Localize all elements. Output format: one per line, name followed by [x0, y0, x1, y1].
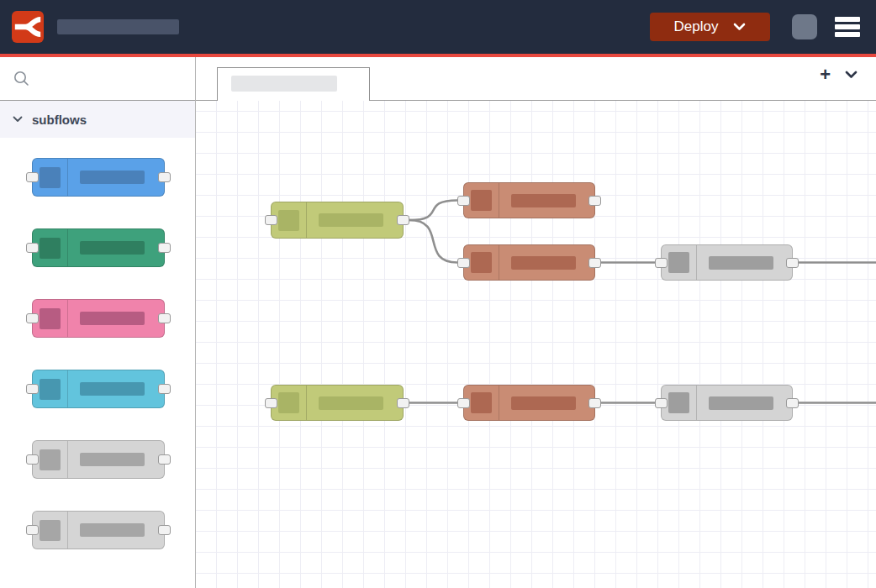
node-label	[499, 183, 594, 218]
flow-node-gray-2[interactable]	[661, 385, 793, 421]
node-output-port[interactable]	[158, 243, 171, 253]
user-avatar[interactable]	[792, 14, 817, 39]
node-input-port[interactable]	[265, 398, 277, 408]
wire-layer	[196, 101, 876, 588]
node-output-port[interactable]	[158, 313, 171, 323]
node-input-port[interactable]	[26, 313, 39, 323]
node-input-port[interactable]	[265, 215, 277, 225]
node-output-port[interactable]	[786, 258, 799, 268]
node-output-port[interactable]	[158, 172, 171, 182]
node-label	[697, 245, 792, 280]
node-output-port[interactable]	[588, 258, 601, 268]
node-output-port[interactable]	[158, 525, 171, 535]
node-input-port[interactable]	[26, 243, 39, 253]
flow-node-gray-1[interactable]	[661, 244, 793, 281]
node-input-port[interactable]	[457, 398, 470, 408]
node-label	[307, 386, 403, 420]
palette-node-subflow-blue[interactable]	[32, 158, 165, 197]
flow-node-green-1[interactable]	[271, 202, 404, 239]
node-input-port[interactable]	[457, 196, 470, 206]
chevron-down-icon	[733, 23, 746, 31]
node-output-port[interactable]	[397, 215, 409, 225]
palette-node-subflow-teal[interactable]	[32, 370, 165, 408]
palette-node-subflow-pink[interactable]	[32, 299, 165, 338]
palette-category-subflows[interactable]: subflows	[0, 101, 195, 138]
hamburger-icon	[835, 17, 860, 22]
main-menu-button[interactable]	[835, 17, 860, 37]
flow-node-orange-3[interactable]	[463, 385, 595, 421]
palette-sidebar: subflows	[0, 57, 196, 588]
node-input-port[interactable]	[26, 454, 39, 465]
node-output-port[interactable]	[786, 398, 799, 408]
node-output-port[interactable]	[158, 384, 171, 394]
add-flow-button[interactable]: +	[820, 66, 831, 84]
flow-list-button[interactable]	[845, 71, 858, 79]
node-output-port[interactable]	[158, 454, 171, 465]
node-label	[499, 386, 594, 420]
node-input-port[interactable]	[26, 172, 39, 182]
flow-node-orange-2[interactable]	[463, 244, 595, 281]
palette-search[interactable]	[0, 57, 195, 101]
node-label	[68, 370, 164, 407]
flow-tab-label-placeholder	[231, 76, 337, 92]
node-label	[68, 441, 164, 478]
flow-wire[interactable]	[409, 220, 457, 263]
search-icon	[13, 71, 29, 87]
chevron-down-icon	[13, 116, 23, 123]
node-input-port[interactable]	[655, 258, 668, 268]
node-output-port[interactable]	[588, 196, 601, 206]
node-input-port[interactable]	[655, 398, 668, 408]
flow-wire[interactable]	[409, 201, 457, 221]
node-label	[697, 386, 792, 420]
node-input-port[interactable]	[457, 258, 470, 268]
palette-node-list	[0, 138, 195, 588]
node-label	[68, 300, 164, 337]
app-logo-icon	[12, 11, 44, 43]
chevron-down-icon	[845, 71, 858, 79]
tab-actions: +	[820, 66, 858, 84]
node-label	[307, 202, 403, 238]
header: Deploy	[0, 0, 876, 54]
palette-node-subflow-gray-2[interactable]	[32, 511, 165, 549]
deploy-button[interactable]: Deploy	[650, 13, 770, 41]
flow-canvas[interactable]	[196, 101, 876, 588]
deploy-button-label: Deploy	[674, 18, 719, 35]
node-output-port[interactable]	[397, 398, 409, 408]
node-label	[68, 512, 164, 549]
header-title-placeholder	[57, 19, 179, 34]
node-output-port[interactable]	[588, 398, 601, 408]
palette-node-subflow-gray-1[interactable]	[32, 440, 165, 479]
flow-tab-active[interactable]	[217, 67, 370, 101]
palette-category-label: subflows	[32, 113, 87, 127]
flow-tabbar: +	[196, 57, 876, 101]
node-input-port[interactable]	[26, 525, 39, 535]
flow-node-green-2[interactable]	[271, 385, 404, 421]
node-input-port[interactable]	[26, 384, 39, 394]
workspace: +	[196, 57, 876, 588]
node-red-editor: Deploy subflows	[0, 0, 876, 588]
palette-node-subflow-green[interactable]	[32, 228, 165, 267]
node-label	[68, 229, 164, 266]
node-label	[499, 245, 594, 280]
flow-node-orange-1[interactable]	[463, 182, 595, 218]
node-label	[68, 159, 164, 196]
